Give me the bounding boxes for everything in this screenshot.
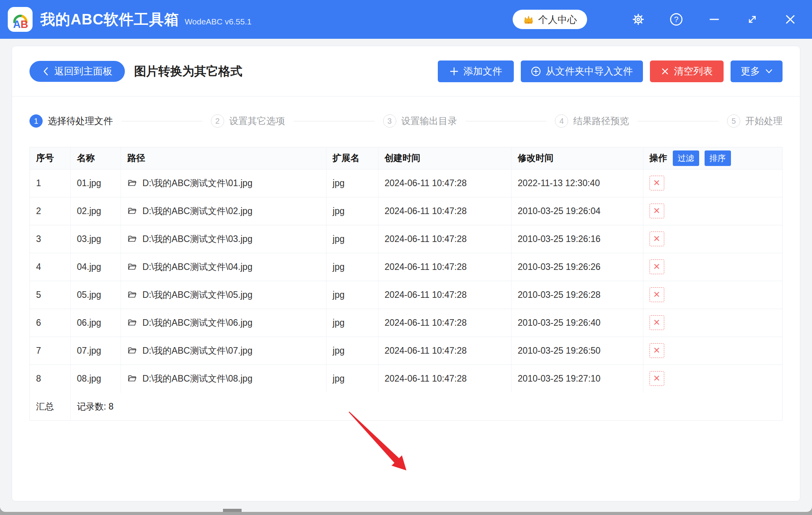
cell-path: D:\我的ABC测试文件\03.jpg	[121, 225, 327, 253]
step-connector	[466, 121, 547, 121]
help-button[interactable]: ?	[669, 12, 683, 26]
file-path: D:\我的ABC测试文件\08.jpg	[142, 373, 252, 385]
personal-center-button[interactable]: 个人中心	[513, 10, 587, 29]
step-number: 5	[727, 114, 740, 128]
step-connector	[294, 121, 375, 121]
cell-created: 2024-06-11 10:47:28	[378, 197, 511, 225]
svg-text:?: ?	[674, 15, 678, 24]
cell-actions: ✕	[643, 309, 782, 337]
cell-actions: ✕	[643, 225, 782, 253]
delete-row-button[interactable]: ✕	[650, 343, 664, 358]
file-path: D:\我的ABC测试文件\06.jpg	[142, 317, 252, 329]
back-to-main-button[interactable]: 返回到主面板	[29, 61, 125, 82]
maximize-icon	[746, 13, 759, 26]
file-path: D:\我的ABC测试文件\07.jpg	[142, 345, 252, 357]
cell-modified: 2010-03-25 19:26:40	[511, 309, 643, 337]
delete-row-button[interactable]: ✕	[650, 315, 664, 330]
cell-modified: 2010-03-25 19:26:16	[511, 225, 643, 253]
cell-ext: jpg	[326, 169, 378, 197]
summary-label: 汇总	[30, 392, 71, 420]
cell-ext: jpg	[326, 365, 378, 392]
cell-name: 03.jpg	[71, 225, 121, 253]
cell-created: 2024-06-11 10:47:28	[378, 253, 511, 281]
clear-list-button[interactable]: 清空列表	[650, 60, 724, 82]
step-label: 设置其它选项	[229, 115, 285, 127]
file-path: D:\我的ABC测试文件\05.jpg	[142, 289, 252, 301]
abc-logo-icon: A B	[9, 9, 31, 30]
sort-button[interactable]: 排序	[705, 150, 731, 166]
cell-actions: ✕	[643, 197, 782, 225]
delete-row-button[interactable]: ✕	[650, 204, 664, 218]
more-button[interactable]: 更多	[731, 60, 783, 82]
cell-created: 2024-06-11 10:47:28	[378, 337, 511, 365]
cell-path: D:\我的ABC测试文件\01.jpg	[121, 169, 327, 197]
cell-path: D:\我的ABC测试文件\07.jpg	[121, 337, 327, 365]
svg-text:A: A	[13, 18, 21, 30]
cell-created: 2024-06-11 10:47:28	[378, 365, 511, 392]
step-2: 2设置其它选项	[211, 114, 285, 128]
delete-row-button[interactable]: ✕	[650, 232, 664, 246]
delete-row-button[interactable]: ✕	[650, 176, 664, 190]
cell-created: 2024-06-11 10:47:28	[378, 225, 511, 253]
cell-path: D:\我的ABC测试文件\04.jpg	[121, 253, 327, 281]
plus-icon	[449, 67, 459, 76]
gear-icon	[631, 12, 645, 26]
cell-name: 06.jpg	[71, 309, 121, 337]
taskbar-notch	[223, 509, 242, 512]
cell-index: 2	[30, 197, 71, 225]
cell-ext: jpg	[326, 309, 378, 337]
main-card: 返回到主面板 图片转换为其它格式 添加文件 从文	[12, 46, 800, 501]
cell-index: 8	[30, 365, 71, 392]
folder-icon	[127, 234, 137, 244]
close-button[interactable]	[783, 12, 797, 26]
cell-actions: ✕	[643, 365, 782, 392]
add-files-button[interactable]: 添加文件	[438, 60, 514, 82]
cell-created: 2024-06-11 10:47:28	[378, 169, 511, 197]
cell-index: 1	[30, 169, 71, 197]
filter-button[interactable]: 过滤	[673, 150, 699, 166]
app-logo: A B	[8, 7, 33, 32]
cell-actions: ✕	[643, 281, 782, 309]
cell-path: D:\我的ABC测试文件\02.jpg	[121, 197, 327, 225]
plus-circle-icon	[531, 66, 541, 76]
cell-ext: jpg	[326, 225, 378, 253]
step-3: 3设置输出目录	[383, 114, 457, 128]
cell-index: 4	[30, 253, 71, 281]
summary-value: 记录数: 8	[71, 392, 782, 420]
file-path: D:\我的ABC测试文件\01.jpg	[142, 177, 252, 189]
cell-ext: jpg	[326, 253, 378, 281]
step-5: 5开始处理	[727, 114, 783, 128]
table-body: 101.jpgD:\我的ABC测试文件\01.jpgjpg2024-06-11 …	[30, 169, 782, 392]
step-label: 开始处理	[745, 115, 783, 127]
cell-name: 01.jpg	[71, 169, 121, 197]
step-1: 1选择待处理文件	[29, 114, 113, 128]
minimize-button[interactable]	[707, 12, 721, 26]
cell-actions: ✕	[643, 337, 782, 365]
add-files-label: 添加文件	[463, 65, 502, 78]
import-from-folder-button[interactable]: 从文件夹中导入文件	[521, 60, 643, 82]
folder-icon	[127, 206, 137, 216]
cell-modified: 2010-03-25 19:27:10	[511, 365, 643, 392]
delete-row-button[interactable]: ✕	[650, 371, 664, 386]
app-window: A B 我的ABC软件工具箱 WodeABC v6.55.1 个人中心	[0, 0, 812, 512]
folder-icon	[127, 374, 137, 383]
summary-row: 汇总 记录数: 8	[30, 392, 782, 420]
x-icon	[661, 67, 669, 76]
table-row: 707.jpgD:\我的ABC测试文件\07.jpgjpg2024-06-11 …	[30, 337, 782, 365]
cell-ext: jpg	[326, 197, 378, 225]
table-row: 202.jpgD:\我的ABC测试文件\02.jpgjpg2024-06-11 …	[30, 197, 782, 225]
cell-path: D:\我的ABC测试文件\06.jpg	[121, 309, 327, 337]
maximize-button[interactable]	[745, 12, 759, 26]
header-index: 序号	[30, 147, 71, 169]
personal-center-label: 个人中心	[538, 13, 577, 26]
delete-row-button[interactable]: ✕	[650, 259, 664, 274]
cell-index: 7	[30, 337, 71, 365]
svg-text:B: B	[21, 18, 28, 30]
settings-button[interactable]	[631, 12, 645, 26]
cell-modified: 2010-03-25 19:26:26	[511, 253, 643, 281]
cell-modified: 2010-03-25 19:26:04	[511, 197, 643, 225]
delete-row-button[interactable]: ✕	[650, 287, 664, 302]
folder-icon	[127, 346, 137, 355]
cell-index: 3	[30, 225, 71, 253]
minimize-icon	[708, 13, 721, 26]
